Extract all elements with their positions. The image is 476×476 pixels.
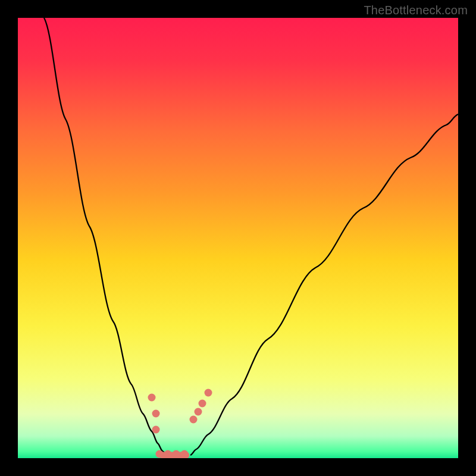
curves-layer	[18, 18, 458, 458]
marker-dot	[205, 389, 212, 397]
marker-dot	[195, 408, 202, 416]
marker-dot	[148, 394, 156, 402]
marker-dot	[173, 450, 180, 458]
left-curve	[44, 18, 167, 455]
marker-dot	[156, 450, 164, 458]
plot-area	[18, 18, 458, 458]
right-curve	[190, 114, 458, 455]
marker-dots	[148, 389, 212, 458]
marker-dot	[181, 450, 189, 458]
marker-dot	[152, 410, 160, 418]
marker-dot	[152, 426, 160, 434]
chart-frame: TheBottleneck.com	[0, 0, 476, 476]
marker-dot	[164, 450, 172, 458]
watermark-text: TheBottleneck.com	[364, 4, 468, 17]
marker-dot	[199, 400, 206, 408]
marker-dot	[190, 416, 198, 424]
